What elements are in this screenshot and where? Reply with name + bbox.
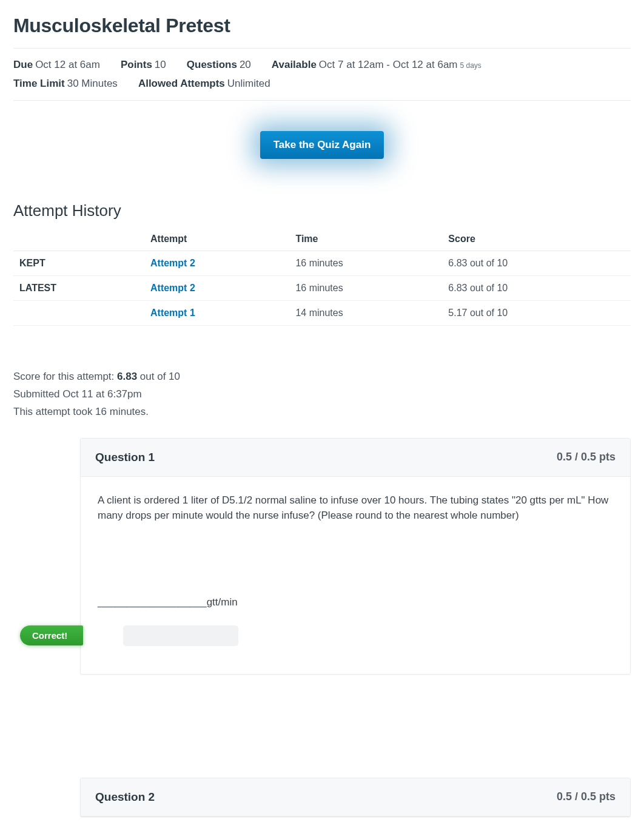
points-item: Points10 <box>121 56 166 75</box>
row-time: 14 minutes <box>292 301 444 326</box>
table-row: Attempt 1 14 minutes 5.17 out of 10 <box>13 301 631 326</box>
col-time: Time <box>292 227 444 251</box>
attempt-link[interactable]: Attempt 2 <box>150 283 195 293</box>
attempt-summary: Score for this attempt: 6.83 out of 10 S… <box>13 368 631 421</box>
row-tag: LATEST <box>13 276 147 301</box>
attempt-history-heading: Attempt History <box>13 201 631 220</box>
correct-badge: Correct! <box>20 625 83 645</box>
row-tag <box>13 301 147 326</box>
answer-value <box>123 625 238 646</box>
take-quiz-again-button[interactable]: Take the Quiz Again <box>260 131 384 159</box>
attempt-link[interactable]: Attempt 2 <box>150 258 195 268</box>
question-points: 0.5 / 0.5 pts <box>557 790 615 803</box>
col-attempt: Attempt <box>147 227 292 251</box>
row-score: 5.17 out of 10 <box>444 301 631 326</box>
attempt-link[interactable]: Attempt 1 <box>150 308 195 318</box>
quiz-meta: DueOct 12 at 6am Points10 Questions20 Av… <box>13 48 631 101</box>
question-2: Question 2 0.5 / 0.5 pts <box>80 778 631 817</box>
row-tag: KEPT <box>13 251 147 276</box>
row-score: 6.83 out of 10 <box>444 276 631 301</box>
available-item: AvailableOct 7 at 12am - Oct 12 at 6am5 … <box>272 56 481 75</box>
question-points: 0.5 / 0.5 pts <box>557 451 615 463</box>
question-title: Question 2 <box>95 790 155 804</box>
question-1: Question 1 0.5 / 0.5 pts A client is ord… <box>80 438 631 675</box>
due-item: DueOct 12 at 6am <box>13 56 100 75</box>
col-score: Score <box>444 227 631 251</box>
table-row: LATEST Attempt 2 16 minutes 6.83 out of … <box>13 276 631 301</box>
timelimit-item: Time Limit30 Minutes <box>13 75 118 93</box>
answer-blank-label: ___________________gtt/min <box>98 596 613 608</box>
row-time: 16 minutes <box>292 251 444 276</box>
page-title: Musculoskeletal Pretest <box>13 15 631 37</box>
attempts-item: Allowed AttemptsUnlimited <box>138 75 270 93</box>
question-body: A client is ordered 1 liter of D5.1/2 no… <box>81 477 630 536</box>
row-score: 6.83 out of 10 <box>444 251 631 276</box>
row-time: 16 minutes <box>292 276 444 301</box>
question-title: Question 1 <box>95 451 155 464</box>
table-row: KEPT Attempt 2 16 minutes 6.83 out of 10 <box>13 251 631 276</box>
questions-item: Questions20 <box>187 56 251 75</box>
attempt-history-table: Attempt Time Score KEPT Attempt 2 16 min… <box>13 227 631 326</box>
